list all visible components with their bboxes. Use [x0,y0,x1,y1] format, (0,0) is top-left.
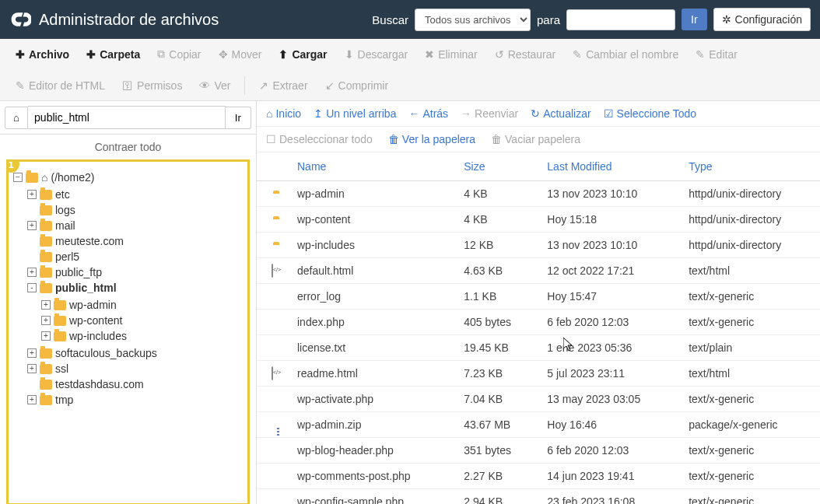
tree-label[interactable]: wp-content [69,314,122,327]
comprimir-button[interactable]: ↙Comprimir [317,74,397,97]
table-row[interactable]: wp-config-sample.php2.94 KB23 feb 2023 1… [257,489,820,505]
tree-toggle[interactable]: + [27,348,37,358]
cell-modified: 13 may 2023 03:05 [538,387,679,412]
tree-toggle[interactable]: + [41,316,51,325]
tree-root-label[interactable]: (/home2) [51,171,94,184]
nav-up[interactable]: ↥Un nivel arriba [314,107,396,120]
cambiar-el-nombre-button[interactable]: ✎Cambiar el nombre [565,43,686,66]
table-row[interactable]: wp-activate.php7.04 KB13 may 2023 03:05t… [257,387,820,412]
col-type[interactable]: Type [679,152,820,181]
search-area: Buscar Todos sus archivos para Ir ✲Confi… [372,8,811,31]
home-icon: ⌂ [41,171,47,184]
cell-name: wp-blog-header.php [288,438,454,464]
folder-icon [40,190,52,200]
tree-toggle[interactable]: + [27,364,37,373]
cell-size: 19.45 KB [454,335,538,361]
search-scope-select[interactable]: Todos sus archivos [415,9,531,31]
nav-empty-trash[interactable]: 🗑Vaciar papelera [491,133,580,145]
tree-toggle[interactable]: + [27,221,37,230]
eliminar-button[interactable]: ✖Eliminar [417,43,485,66]
nav-reload[interactable]: ↻Actualizar [531,107,590,120]
table-row[interactable]: wp-admin4 KB13 nov 2023 10:10httpd/unix-… [257,181,820,207]
table-row[interactable]: readme.html7.23 KB5 jul 2023 23:11text/h… [257,361,820,387]
folder-icon [26,173,38,183]
search-go-button[interactable]: Ir [682,9,707,30]
table-row[interactable]: wp-comments-post.php2.27 KB14 jun 2023 1… [257,464,820,489]
table-row[interactable]: wp-content4 KBHoy 15:18httpd/unix-direct… [257,207,820,233]
tree-label[interactable]: meuteste.com [55,235,124,247]
tree-toggle[interactable]: + [27,395,37,404]
descargar-button[interactable]: ⬇Descargar [337,43,416,66]
archivo-button[interactable]: ✚Archivo [8,43,77,66]
table-row[interactable]: index.php405 bytes6 feb 2020 12:03text/x… [257,310,820,335]
editar-button[interactable]: ✎Editar [688,43,745,66]
tree-toggle[interactable]: - [27,283,37,292]
home-icon: ⌂ [266,107,272,120]
table-row[interactable]: error_log1.1 KBHoy 15:47text/x-generic [257,284,820,310]
table-row[interactable]: license.txt19.45 KB1 ene 2023 05:36text/… [257,335,820,361]
tree-label[interactable]: etc [55,188,70,201]
folder-icon [40,221,52,231]
tree-label[interactable]: perl5 [55,250,79,263]
main-area: ⌂ Ir Contraer todo 1 −⌂ (/home2)+etclogs… [0,101,820,504]
collapse-all-link[interactable]: Contraer todo [0,135,256,159]
copiar-button[interactable]: ⧉Copiar [149,42,209,66]
tree-label[interactable]: wp-includes [69,330,127,342]
path-go-button[interactable]: Ir [226,107,251,129]
tree-label[interactable]: wp-admin [69,299,117,311]
cell-size: 405 bytes [454,310,538,335]
ver-button[interactable]: 👁Ver [191,74,238,97]
carpeta-button[interactable]: ✚Carpeta [79,43,148,66]
tree-toggle[interactable]: + [27,268,37,277]
table-row[interactable]: wp-blog-header.php351 bytes6 feb 2020 12… [257,438,820,464]
tree-label[interactable]: public_ftp [55,266,102,278]
permisos-button[interactable]: ⚿Permisos [114,74,190,97]
tree-label[interactable]: softaculous_backups [55,347,157,359]
mover-button[interactable]: ✥Mover [211,43,270,66]
toolbar-label: Cambiar el nombre [586,48,678,61]
restaurar-button[interactable]: ↺Restaurar [487,43,563,66]
tree-label[interactable]: testdashdasu.com [55,378,144,390]
tree-item: testdashdasu.com [27,376,243,392]
tree-toggle[interactable]: + [41,300,51,310]
tree-label[interactable]: logs [55,204,75,216]
nav-home[interactable]: ⌂Inicio [266,107,301,120]
nav-select-all[interactable]: ☑Seleccione Todo [604,107,696,120]
trash-icon: 🗑 [491,133,502,145]
nav-view-trash[interactable]: 🗑Ver la papelera [388,133,475,145]
tree-toggle[interactable]: + [27,190,37,199]
tree-label[interactable]: tmp [55,394,73,406]
path-input[interactable] [28,106,226,129]
config-button[interactable]: ✲Configuración [713,8,811,31]
eye-icon: 👁 [199,79,210,92]
path-home-button[interactable]: ⌂ [5,107,28,129]
col-name[interactable]: Name [288,152,454,181]
nav-back[interactable]: ←Atrás [408,107,448,120]
tree-children: +wp-admin+wp-content+wp-includes [27,297,243,344]
cargar-button[interactable]: ⬆Cargar [271,43,335,66]
tree-toggle[interactable]: + [41,331,51,341]
tree-label[interactable]: public_html [55,282,117,294]
table-row[interactable]: default.html4.63 KB12 oct 2022 17:21text… [257,258,820,284]
tree-label[interactable]: mail [55,219,75,232]
cell-type: text/html [679,361,820,387]
folder-icon [54,316,66,326]
cell-modified: Hoy 16:46 [538,412,679,438]
table-row[interactable]: wp-includes12 KB13 nov 2023 10:10httpd/u… [257,233,820,258]
tree-label[interactable]: ssl [55,362,68,375]
nav-forward[interactable]: →Reenviar [461,107,518,120]
col-size[interactable]: Size [454,152,538,181]
search-input[interactable] [566,9,675,30]
editor-de-html-button[interactable]: ✎Editor de HTML [8,74,113,97]
file-icon-cell [257,387,288,412]
toolbar-label: Mover [232,48,262,61]
tree-toggle[interactable]: − [13,173,23,182]
uncheck-icon: ☐ [266,133,276,145]
extraer-button[interactable]: ↗Extraer [251,74,315,97]
col-modified[interactable]: Last Modified [538,152,679,181]
toolbar-label: Copiar [169,48,201,61]
table-row[interactable]: wp-admin.zip43.67 MBHoy 16:46package/x-g… [257,412,820,438]
nav-deselect-all[interactable]: ☐Deseleccionar todo [266,133,373,145]
cell-name: wp-config-sample.php [288,489,454,505]
tree-item: -public_html+wp-admin+wp-content+wp-incl… [27,280,243,345]
